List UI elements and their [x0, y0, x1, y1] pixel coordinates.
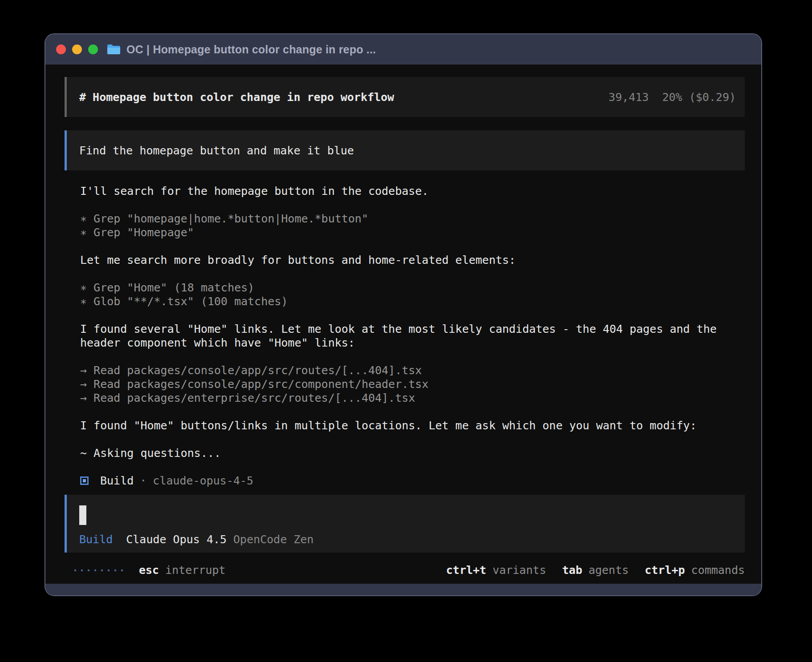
- tool-call-line: ∗ Grep "Homepage": [80, 226, 745, 239]
- text-cursor: [79, 505, 86, 525]
- hint-variants: ctrl+t variants: [446, 563, 546, 577]
- assistant-text: I found "Home" buttons/links in multiple…: [80, 419, 745, 432]
- tool-call-line: → Read packages/console/app/src/routes/[…: [80, 363, 745, 377]
- tool-call-group: ∗ Grep "Home" (18 matches) ∗ Glob "**/*.…: [80, 281, 745, 308]
- agent-separator: ·: [140, 474, 146, 488]
- model-name[interactable]: Claude Opus 4.5: [126, 533, 227, 546]
- window-footer: [45, 584, 761, 595]
- assistant-text: I found several "Home" links. Let me loo…: [80, 322, 745, 350]
- assistant-text: Let me search more broadly for buttons a…: [80, 253, 745, 267]
- assistant-status-text: ~ Asking questions...: [80, 446, 745, 460]
- close-button-icon[interactable]: [56, 44, 66, 54]
- folder-icon: [107, 44, 121, 55]
- model-row: Build Claude Opus 4.5 OpenCode Zen: [79, 533, 732, 546]
- tool-call-line: → Read packages/enterprise/src/routes/[.…: [80, 391, 745, 405]
- spinner-dots: [74, 569, 123, 571]
- context-usage: 20% ($0.29): [662, 90, 736, 104]
- titlebar[interactable]: OC | Homepage button color change in rep…: [45, 34, 761, 65]
- session-header: # Homepage button color change in repo w…: [65, 77, 745, 117]
- zoom-button-icon[interactable]: [88, 44, 98, 54]
- agent-mode-icon: [80, 476, 89, 485]
- provider-name: OpenCode Zen: [233, 533, 314, 546]
- traffic-lights: [56, 44, 98, 54]
- hint-agents: tab agents: [562, 563, 629, 577]
- mode-label[interactable]: Build: [79, 533, 113, 546]
- tool-call-group: ∗ Grep "homepage|home.*button|Home.*butt…: [80, 212, 745, 239]
- interrupt-hint: esc interrupt: [139, 563, 226, 577]
- user-message: Find the homepage button and make it blu…: [65, 130, 745, 170]
- terminal-window: OC | Homepage button color change in rep…: [45, 33, 762, 596]
- tool-call-line: ∗ Glob "**/*.tsx" (100 matches): [80, 295, 745, 308]
- assistant-text: I'll search for the homepage button in t…: [80, 184, 745, 198]
- agent-model: claude-opus-4-5: [153, 474, 253, 488]
- interrupt-label: interrupt: [165, 563, 225, 577]
- interrupt-key: esc: [139, 563, 159, 577]
- tool-call-line: ∗ Grep "Home" (18 matches): [80, 281, 745, 295]
- session-title: # Homepage button color change in repo w…: [79, 90, 394, 104]
- terminal-content: # Homepage button color change in repo w…: [45, 65, 761, 584]
- token-count: 39,413: [609, 90, 649, 104]
- status-bar: esc interrupt ctrl+t variants tab agents…: [65, 563, 745, 577]
- minimize-button-icon[interactable]: [72, 44, 82, 54]
- tool-call-line: → Read packages/console/app/src/componen…: [80, 377, 745, 391]
- agent-name: Build: [100, 474, 134, 488]
- user-message-text: Find the homepage button and make it blu…: [79, 144, 354, 157]
- window-title: OC | Homepage button color change in rep…: [126, 43, 376, 56]
- tool-call-line: ∗ Grep "homepage|home.*button|Home.*butt…: [80, 212, 745, 226]
- session-stats: 39,413 20% ($0.29): [609, 90, 736, 104]
- tool-call-group: → Read packages/console/app/src/routes/[…: [80, 363, 745, 405]
- prompt-input[interactable]: Build Claude Opus 4.5 OpenCode Zen: [65, 495, 745, 553]
- hint-commands: ctrl+p commands: [645, 563, 745, 577]
- agent-row: Build · claude-opus-4-5: [80, 474, 745, 488]
- keyboard-hints: ctrl+t variants tab agents ctrl+p comman…: [446, 563, 745, 577]
